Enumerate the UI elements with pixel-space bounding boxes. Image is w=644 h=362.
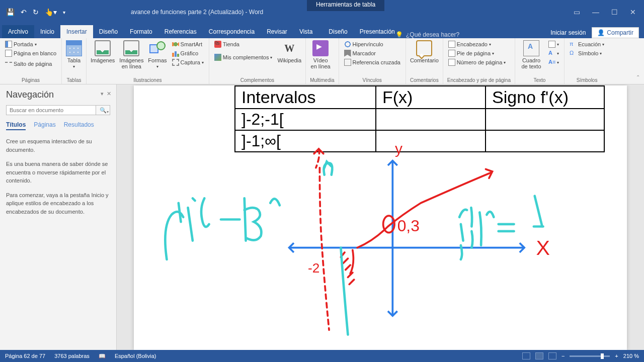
collapse-ribbon-icon[interactable]: ⌃ bbox=[636, 74, 640, 80]
salto-pagina-button[interactable]: Salto de página bbox=[4, 58, 57, 69]
pictures-icon bbox=[95, 40, 111, 56]
complementos-button[interactable]: Mis complementos▾ bbox=[213, 53, 274, 61]
page-indicator[interactable]: Página 62 de 77 bbox=[5, 353, 45, 359]
tab-diseno[interactable]: Diseño bbox=[93, 25, 124, 38]
redo-icon[interactable]: ↻ bbox=[33, 8, 39, 16]
tabla-button[interactable]: Tabla▾ bbox=[66, 40, 82, 69]
read-mode-icon[interactable] bbox=[522, 352, 530, 359]
tell-me-search[interactable]: 💡 ¿Qué desea hacer? bbox=[395, 31, 459, 38]
nav-body: Cree un esquema interactivo de su docume… bbox=[6, 137, 110, 216]
table-cell[interactable] bbox=[376, 130, 486, 152]
table-cell[interactable]: F(x) bbox=[376, 86, 486, 109]
ribbon-tabs: Archivo Inicio Insertar Diseño Formato R… bbox=[0, 24, 644, 38]
share-button[interactable]: 👤 Compartir bbox=[592, 27, 639, 38]
nav-tab-paginas[interactable]: Páginas bbox=[34, 121, 55, 130]
minimize-icon[interactable]: — bbox=[592, 8, 599, 16]
smartart-icon bbox=[172, 41, 179, 48]
dropcap-button[interactable]: A≡▾ bbox=[547, 58, 560, 66]
numero-pagina-button[interactable]: Número de página▾ bbox=[447, 58, 507, 66]
nav-close-icon[interactable]: ✕ bbox=[107, 90, 111, 97]
document-table[interactable]: Intervalos F(x) Signo f'(x) ]-2;-1[ ]-1;… bbox=[234, 85, 605, 152]
ribbon-display-icon[interactable]: ▭ bbox=[574, 8, 580, 16]
language-indicator[interactable]: Español (Bolivia) bbox=[115, 353, 156, 359]
tab-vista[interactable]: Vista bbox=[293, 25, 318, 38]
blank-page-icon bbox=[5, 50, 12, 57]
table-cell[interactable] bbox=[486, 130, 604, 152]
table-cell[interactable]: Intervalos bbox=[235, 86, 376, 109]
wordart-button[interactable]: A▾ bbox=[547, 49, 560, 57]
bookmark-icon bbox=[344, 50, 351, 57]
symbol-icon: Ω bbox=[570, 50, 577, 57]
maximize-icon[interactable]: ☐ bbox=[611, 8, 618, 16]
cuadro-texto-button[interactable]: Cuadro de texto bbox=[519, 40, 543, 69]
table-cell[interactable]: Signo f'(x) bbox=[486, 86, 604, 109]
sign-in-link[interactable]: Iniciar sesión bbox=[550, 29, 586, 36]
video-button[interactable]: Vídeo en línea bbox=[310, 40, 331, 69]
tab-presentacion[interactable]: Presentación bbox=[354, 25, 401, 38]
table-cell[interactable] bbox=[486, 109, 604, 130]
portada-button[interactable]: Portada▾ bbox=[4, 40, 57, 48]
tab-revisar[interactable]: Revisar bbox=[261, 25, 293, 38]
close-icon[interactable]: ✕ bbox=[630, 8, 636, 16]
pie-pagina-button[interactable]: Pie de página▾ bbox=[447, 49, 507, 57]
ecuacion-button[interactable]: πEcuación▾ bbox=[569, 40, 605, 48]
statusbar: Página 62 de 77 3763 palabras 📖 Español … bbox=[0, 350, 644, 362]
document-area[interactable]: Intervalos F(x) Signo f'(x) ]-2;-1[ ]-1;… bbox=[117, 84, 644, 350]
encabezado-button[interactable]: Encabezado▾ bbox=[447, 40, 507, 48]
nav-tab-titulos[interactable]: Títulos bbox=[6, 121, 26, 130]
screenshot-icon bbox=[172, 59, 179, 66]
tab-referencias[interactable]: Referencias bbox=[158, 25, 203, 38]
referencia-cruzada-button[interactable]: Referencia cruzada bbox=[343, 58, 401, 66]
footer-icon bbox=[448, 50, 455, 57]
quick-parts-button[interactable]: ▾ bbox=[547, 40, 560, 48]
cross-reference-icon bbox=[344, 59, 351, 66]
table-cell[interactable] bbox=[376, 109, 486, 130]
word-count[interactable]: 3763 palabras bbox=[54, 353, 90, 359]
textbox-icon bbox=[523, 40, 539, 56]
tienda-button[interactable]: Tienda bbox=[213, 40, 274, 48]
captura-button[interactable]: Captura▾ bbox=[171, 58, 205, 66]
formas-button[interactable]: Formas▾ bbox=[148, 40, 167, 69]
pagina-blanco-button[interactable]: Página en blanco bbox=[4, 49, 57, 57]
simbolo-button[interactable]: ΩSímbolo▾ bbox=[569, 49, 605, 57]
nav-tab-resultados[interactable]: Resultados bbox=[64, 121, 94, 130]
spell-check-icon[interactable]: 📖 bbox=[99, 353, 106, 359]
tab-correspondencia[interactable]: Correspondencia bbox=[203, 25, 261, 38]
nav-search-input[interactable] bbox=[6, 105, 96, 115]
grafico-button[interactable]: Gráfico bbox=[171, 49, 205, 57]
qat-customize-icon[interactable]: ▾ bbox=[63, 10, 65, 15]
undo-icon[interactable]: ↶ bbox=[21, 8, 27, 16]
print-layout-icon[interactable] bbox=[535, 352, 543, 359]
tab-insertar[interactable]: Insertar bbox=[60, 25, 93, 38]
web-layout-icon[interactable] bbox=[548, 352, 556, 359]
zoom-in-button[interactable]: + bbox=[615, 353, 618, 359]
table-icon bbox=[66, 40, 82, 56]
imagenes-button[interactable]: Imágenes bbox=[91, 40, 115, 63]
nav-search-button[interactable]: 🔍 bbox=[96, 105, 110, 115]
titlebar: 💾 ↶ ↻ 👆▾ ▾ avance de funciones parte 2 (… bbox=[0, 0, 644, 24]
touch-mode-icon[interactable]: 👆▾ bbox=[45, 8, 57, 16]
comentario-button[interactable]: Comentario bbox=[410, 40, 439, 63]
zoom-slider[interactable] bbox=[570, 355, 610, 357]
imagenes-linea-button[interactable]: Imágenes en línea bbox=[119, 40, 144, 69]
zoom-level[interactable]: 210 % bbox=[623, 353, 639, 359]
equation-icon: π bbox=[570, 41, 577, 48]
zoom-out-button[interactable]: − bbox=[561, 353, 565, 359]
table-cell[interactable]: ]-2;-1[ bbox=[235, 109, 376, 130]
tab-archivo[interactable]: Archivo bbox=[2, 25, 34, 38]
group-label: Texto bbox=[519, 76, 560, 84]
wikipedia-button[interactable]: WWikipedia bbox=[277, 40, 301, 63]
tab-formato[interactable]: Formato bbox=[124, 25, 158, 38]
ribbon: Portada▾ Página en blanco Salto de págin… bbox=[0, 38, 644, 84]
group-label: Vínculos bbox=[343, 76, 401, 84]
group-label: Símbolos bbox=[569, 76, 605, 84]
page[interactable]: Intervalos F(x) Signo f'(x) ]-2;-1[ ]-1;… bbox=[134, 85, 627, 350]
hipervinculo-button[interactable]: Hipervínculo bbox=[343, 40, 401, 48]
save-icon[interactable]: 💾 bbox=[6, 8, 15, 16]
nav-dropdown-icon[interactable]: ▾ bbox=[101, 90, 104, 97]
table-cell[interactable]: ]-1;∞[ bbox=[235, 130, 376, 152]
smartart-button[interactable]: SmartArt bbox=[171, 40, 205, 48]
tab-diseno-tabla[interactable]: Diseño bbox=[323, 25, 353, 38]
marcador-button[interactable]: Marcador bbox=[343, 49, 401, 57]
tab-inicio[interactable]: Inicio bbox=[34, 25, 60, 38]
